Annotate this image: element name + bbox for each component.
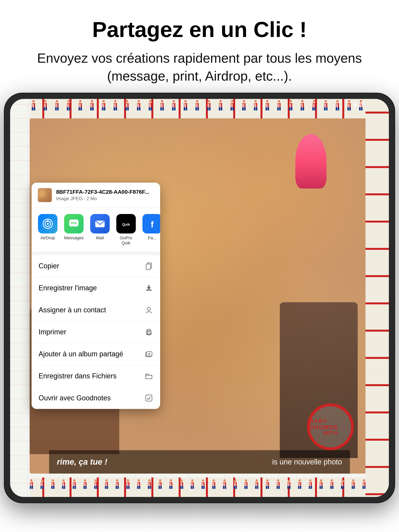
flamingo-decoration	[295, 134, 327, 189]
files-icon	[145, 372, 153, 380]
bottom-text-left: rime, ça tue !	[57, 457, 107, 467]
svg-text:f: f	[151, 220, 154, 229]
share-filetype: Image JPEG · 2 Mo	[56, 196, 154, 201]
share-app-facebook[interactable]: f Fa...	[142, 214, 160, 246]
copy-label: Copier	[39, 262, 59, 270]
gopro-label: GoPro Quik	[115, 235, 137, 246]
share-file-info: 8BF71FFA-72F3-4C28-AA00-F876F... Image J…	[56, 189, 154, 201]
album-icon	[145, 350, 153, 358]
svg-point-21	[73, 222, 75, 224]
svg-marker-17	[46, 219, 49, 222]
svg-point-35	[147, 332, 148, 333]
save-image-icon	[145, 284, 153, 292]
status-time: 9:21	[354, 102, 364, 108]
ipad-screen: BABY SHOWER BETH rime, ça tue ! is une n…	[10, 99, 389, 497]
share-apps-row: AirDrop Messa	[32, 208, 160, 252]
contact-label: Assigner à un contact	[39, 306, 106, 314]
share-action-list: Copier Enregistrer l'image	[32, 255, 160, 409]
share-thumbnail	[38, 188, 52, 202]
share-sheet: 8BF71FFA-72F3-4C28-AA00-F876F... Image J…	[32, 183, 160, 409]
page-title: Partagez en un Clic !	[23, 18, 376, 41]
print-label: Imprimer	[39, 328, 66, 336]
svg-marker-30	[147, 287, 151, 290]
print-icon	[145, 328, 153, 336]
svg-point-20	[71, 222, 73, 224]
facebook-icon[interactable]: f	[142, 214, 160, 234]
svg-rect-41	[146, 395, 152, 401]
ipad-device: BABY SHOWER BETH rime, ça tue ! is une n…	[5, 94, 394, 502]
top-section: Partagez en un Clic ! Envoyez vos créati…	[0, 0, 399, 97]
gopro-icon[interactable]: Quik	[116, 214, 136, 234]
facebook-label: Fa...	[148, 235, 156, 241]
airdrop-icon[interactable]	[38, 214, 58, 234]
share-app-gopro[interactable]: Quik GoPro Quik	[115, 214, 137, 246]
goodnotes-icon	[145, 394, 153, 402]
share-action-files[interactable]: Enregistrer dans Fichiers	[32, 365, 160, 387]
contact-icon	[145, 306, 153, 314]
album-label: Ajouter à un album partagé	[39, 350, 123, 358]
share-header: 8BF71FFA-72F3-4C28-AA00-F876F... Image J…	[32, 183, 160, 208]
share-app-messages[interactable]: Messages	[63, 214, 84, 246]
status-bar: 9:21	[30, 99, 369, 111]
svg-point-22	[75, 222, 77, 224]
svg-rect-27	[146, 264, 150, 270]
save-image-label: Enregistrer l'image	[39, 284, 97, 292]
messages-icon[interactable]	[64, 214, 84, 234]
baby-shower-stamp: BABY SHOWER BETH	[307, 404, 354, 450]
photo-bottom-bar: rime, ça tue ! is une nouvelle photo	[49, 450, 350, 474]
svg-rect-28	[146, 290, 152, 291]
share-action-print[interactable]: Imprimer	[32, 321, 160, 343]
svg-rect-34	[147, 333, 151, 335]
goodnotes-label: Ouvrir avec Goodnotes	[39, 394, 111, 402]
device-wrapper: BABY SHOWER BETH rime, ça tue ! is une n…	[0, 94, 399, 502]
share-action-copy[interactable]: Copier	[32, 255, 160, 277]
share-action-album[interactable]: Ajouter à un album partagé	[32, 343, 160, 365]
mail-label: Mail	[96, 235, 104, 241]
mail-icon[interactable]	[90, 214, 110, 234]
share-action-goodnotes[interactable]: Ouvrir avec Goodnotes	[32, 387, 160, 409]
bottom-text-right: is une nouvelle photo	[272, 458, 342, 466]
svg-text:Quik: Quik	[122, 222, 130, 227]
waldo-bottom-row	[30, 477, 369, 497]
files-label: Enregistrer dans Fichiers	[39, 372, 116, 380]
page-subtitle: Envoyez vos créations rapidement par tou…	[23, 49, 376, 85]
share-action-contact[interactable]: Assigner à un contact	[32, 299, 160, 321]
waldo-strip-right	[366, 99, 389, 497]
share-filename: 8BF71FFA-72F3-4C28-AA00-F876F...	[56, 189, 150, 195]
svg-point-16	[47, 223, 49, 225]
waldo-strip-bottom	[30, 477, 369, 497]
share-app-mail[interactable]: Mail	[89, 214, 111, 246]
copy-icon	[145, 262, 153, 270]
share-action-save-image[interactable]: Enregistrer l'image	[32, 277, 160, 299]
share-app-airdrop[interactable]: AirDrop	[37, 214, 58, 246]
svg-point-31	[147, 307, 150, 310]
messages-label: Messages	[64, 235, 84, 241]
airdrop-label: AirDrop	[40, 235, 55, 241]
